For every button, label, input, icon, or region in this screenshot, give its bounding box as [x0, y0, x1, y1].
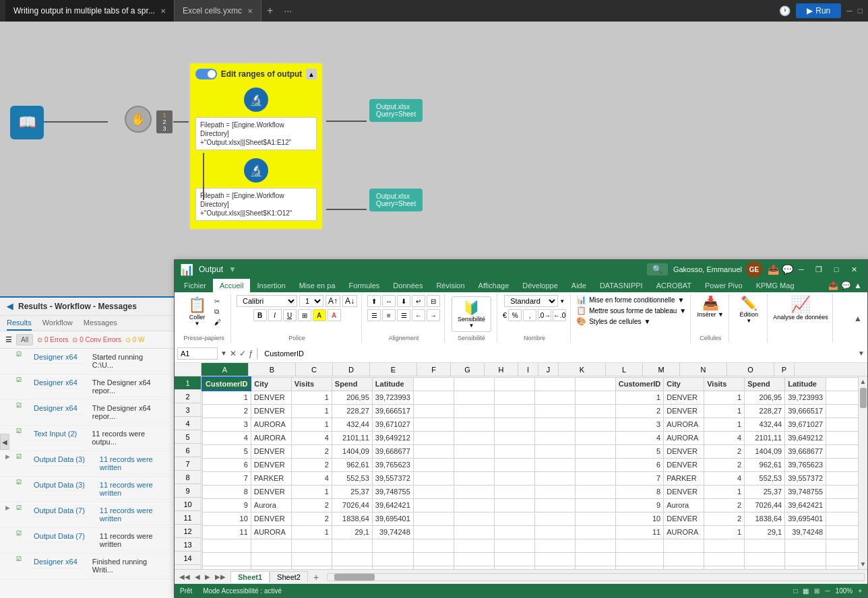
cell-C6[interactable]: 2	[291, 444, 332, 458]
scroll-down-btn[interactable]: ▼	[859, 559, 867, 569]
cell-E13[interactable]	[372, 539, 413, 552]
sheet-tab-1[interactable]: Sheet1	[230, 571, 270, 583]
font-name-selector[interactable]: Calibri	[237, 295, 297, 307]
cell-L13[interactable]	[664, 539, 704, 552]
cell-M2[interactable]: 1	[704, 391, 745, 404]
cell-P10[interactable]	[826, 498, 858, 512]
cell-A2[interactable]: 1	[202, 391, 251, 404]
col-header-P[interactable]: P	[774, 363, 795, 376]
cell-B13[interactable]	[251, 539, 291, 552]
ribbon-tab-kpmg[interactable]: KPMG Mag	[749, 279, 801, 292]
cell-N11[interactable]: 1838,64	[745, 512, 785, 525]
result-source-6[interactable]: Output Data (7)	[28, 504, 90, 517]
cell-K9[interactable]: 8	[615, 485, 663, 498]
row-num-6[interactable]: 6	[175, 444, 201, 457]
cell-B5[interactable]: AURORA	[251, 431, 291, 444]
cell-B14[interactable]	[251, 552, 291, 566]
cell-F9[interactable]	[413, 485, 454, 498]
ribbon-tab-donnees[interactable]: Données	[386, 279, 429, 292]
cell-H4[interactable]	[494, 418, 534, 431]
cell-M4[interactable]: 1	[704, 418, 745, 431]
cell-L12[interactable]: AURORA	[664, 525, 704, 539]
cell-B7[interactable]: DENVER	[251, 458, 291, 471]
cell-B6[interactable]: DENVER	[251, 444, 291, 458]
cell-I8[interactable]	[534, 471, 575, 485]
cell-P11[interactable]	[826, 512, 858, 525]
cell-G8[interactable]	[454, 471, 494, 485]
cell-E6[interactable]: 39,668677	[372, 444, 413, 458]
cell-D11[interactable]: 1838,64	[332, 512, 372, 525]
cell-H1[interactable]	[494, 377, 534, 391]
cell-I10[interactable]	[534, 498, 575, 512]
cell-ref-dropdown[interactable]: ▼	[220, 350, 227, 357]
user-avatar[interactable]: GE	[746, 261, 762, 277]
ribbon-tab-acrobat[interactable]: ACROBAT	[650, 279, 698, 292]
cell-F2[interactable]	[413, 391, 454, 404]
cell-P1[interactable]	[826, 377, 858, 391]
cell-I9[interactable]	[534, 485, 575, 498]
cell-C5[interactable]: 4	[291, 431, 332, 444]
ribbon-tab-affichage[interactable]: Affichage	[472, 279, 516, 292]
cell-A6[interactable]: 5	[202, 444, 251, 458]
vertical-scrollbar[interactable]: ▲ ▼	[858, 376, 867, 569]
cell-I13[interactable]	[534, 539, 575, 552]
ribbon-collapse-icon[interactable]: ▲	[854, 281, 862, 290]
cell-N12[interactable]: 29,1	[745, 525, 785, 539]
cell-E3[interactable]: 39,666517	[372, 404, 413, 418]
cell-D5[interactable]: 2101,11	[332, 431, 372, 444]
cell-E11[interactable]: 39,695401	[372, 512, 413, 525]
cell-O12[interactable]: 39,74248	[785, 525, 826, 539]
cell-M9[interactable]: 1	[704, 485, 745, 498]
align-center-button[interactable]: ≡	[382, 309, 396, 321]
view-page-break-icon[interactable]: ⊞	[814, 587, 819, 595]
col-header-G[interactable]: G	[451, 363, 485, 376]
add-tab-button[interactable]: +	[261, 0, 278, 22]
formula-cancel-icon[interactable]: ✕	[230, 349, 237, 358]
formula-expand-icon[interactable]: ▼	[858, 350, 865, 357]
output-node-2[interactable]: Output.xlsx Query=Sheet	[369, 189, 423, 211]
cell-G4[interactable]	[454, 418, 494, 431]
cell-G1[interactable]	[454, 377, 494, 391]
comma-button[interactable]: ,	[523, 309, 536, 321]
insert-cells-button[interactable]: 📥 Insérer ▼	[697, 295, 723, 318]
scroll-up-btn[interactable]: ▲	[859, 376, 867, 387]
cell-M8[interactable]: 4	[704, 471, 745, 485]
row-num-9[interactable]: 9	[175, 484, 201, 498]
cell-B11[interactable]: DENVER	[251, 512, 291, 525]
ribbon-tab-insertion[interactable]: Insertion	[250, 279, 292, 292]
cell-B9[interactable]: DENVER	[251, 485, 291, 498]
cell-D13[interactable]	[332, 539, 372, 552]
cell-E9[interactable]: 39,748755	[372, 485, 413, 498]
cell-L9[interactable]: DENVER	[664, 485, 704, 498]
font-size-selector[interactable]: 11	[299, 295, 323, 307]
cell-K10[interactable]: 9	[615, 498, 663, 512]
cell-C3[interactable]: 1	[291, 404, 332, 418]
cell-P8[interactable]	[826, 471, 858, 485]
font-color-button[interactable]: A	[328, 309, 341, 321]
formula-insert-icon[interactable]: ƒ	[249, 349, 253, 358]
cell-A9[interactable]: 8	[202, 485, 251, 498]
run-button[interactable]: ▶ Run	[796, 3, 841, 18]
cell-G7[interactable]	[454, 458, 494, 471]
row-num-4[interactable]: 4	[175, 417, 201, 430]
share-icon[interactable]: 📤	[768, 264, 779, 275]
cell-J1[interactable]	[575, 377, 615, 391]
copy-button[interactable]: ⧉	[212, 307, 223, 317]
cell-N4[interactable]: 432,44	[745, 418, 785, 431]
cell-J2[interactable]	[575, 391, 615, 404]
cell-G3[interactable]	[454, 404, 494, 418]
cell-P5[interactable]	[826, 431, 858, 444]
cell-O9[interactable]: 39,748755	[785, 485, 826, 498]
cell-D3[interactable]: 228,27	[332, 404, 372, 418]
cell-O10[interactable]: 39,642421	[785, 498, 826, 512]
align-left-button[interactable]: ☰	[367, 309, 381, 321]
row-num-2[interactable]: 2	[175, 390, 201, 403]
col-header-E[interactable]: E	[370, 363, 417, 376]
cell-E2[interactable]: 39,723993	[372, 391, 413, 404]
output-node-1[interactable]: Output.xlsx Query=Sheet	[369, 99, 423, 122]
sheet-scroll-right[interactable]: ▶▶	[213, 573, 228, 580]
cell-P13[interactable]	[826, 539, 858, 552]
col-header-O[interactable]: O	[727, 363, 774, 376]
cell-J6[interactable]	[575, 444, 615, 458]
cell-D12[interactable]: 29,1	[332, 525, 372, 539]
